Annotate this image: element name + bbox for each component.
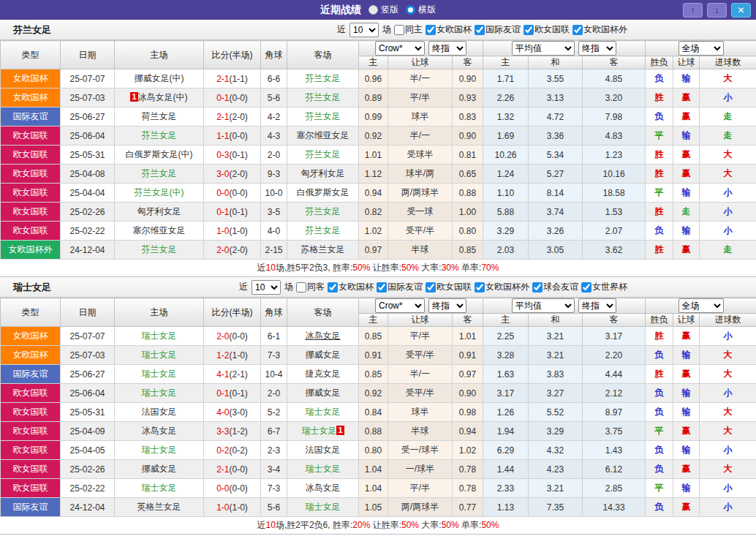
radio-horizontal-icon[interactable] — [406, 5, 415, 15]
competition-checkbox[interactable] — [377, 282, 387, 292]
bookmaker-stage-select[interactable]: 终指 — [428, 298, 466, 313]
away-team-name[interactable]: 芬兰女足 — [306, 149, 341, 159]
competition-checkbox-label[interactable]: 国际友谊 — [475, 23, 521, 36]
competition-checkbox-label[interactable]: 球会友谊 — [532, 281, 578, 293]
away-team-name[interactable]: 法国女足 — [306, 445, 341, 455]
section-team-name[interactable]: 芬兰女足 — [13, 23, 51, 37]
competition-checkbox[interactable] — [475, 25, 485, 35]
scope-select[interactable]: 全场 — [678, 298, 724, 313]
competition-checkbox-label[interactable]: 女欧国杯 — [328, 281, 374, 293]
away-team-cell: 挪威女足 — [287, 384, 359, 403]
away-team-name[interactable]: 白俄罗斯女足 — [297, 187, 349, 197]
home-team-name[interactable]: 瑞士女足 — [142, 350, 177, 360]
home-team-name[interactable]: 芬兰女足 — [142, 130, 177, 140]
layout-option-horizontal[interactable]: 横版 — [406, 4, 436, 16]
home-team-name[interactable]: 匈牙利女足 — [137, 206, 181, 216]
away-team-name[interactable]: 冰岛女足 — [306, 483, 341, 493]
home-team-cell: 芬兰女足 — [115, 165, 204, 184]
home-team-name[interactable]: 白俄罗斯女足(中) — [126, 149, 193, 159]
same-venue-checkbox[interactable] — [296, 282, 306, 292]
home-team-name[interactable]: 瑞士女足 — [142, 331, 177, 341]
away-team-cell: 芬兰女足 — [287, 146, 359, 165]
match-count-select[interactable]: 10 — [349, 23, 379, 37]
column-header: 进球数 — [700, 56, 756, 69]
away-team-name[interactable]: 瑞士女足 — [306, 502, 341, 512]
away-team-name[interactable]: 捷克女足 — [306, 369, 341, 379]
competition-checkbox[interactable] — [475, 282, 485, 292]
home-team-name[interactable]: 瑞士女足 — [142, 388, 177, 398]
away-team-name[interactable]: 挪威女足 — [306, 388, 341, 398]
competition-checkbox-label[interactable]: 国际友谊 — [377, 281, 423, 293]
handicap-home-odds: 0.85 — [359, 365, 388, 384]
bookmaker-stage-select[interactable]: 终指 — [428, 41, 466, 56]
competition-checkbox[interactable] — [426, 282, 436, 292]
away-team-name[interactable]: 瑞士女足1 — [301, 426, 344, 436]
away-team-name[interactable]: 匈牙利女足 — [301, 168, 345, 178]
away-team-name[interactable]: 塞尔维亚女足 — [297, 130, 349, 140]
match-row: 欧女国联25-04-04芬兰女足(中)0-0(0-0)10-0白俄罗斯女足0.9… — [1, 184, 756, 203]
avg-away-odds: 4.44 — [583, 365, 646, 384]
home-team-name[interactable]: 瑞士女足 — [142, 445, 177, 455]
fulltime-score: 1-0 — [216, 502, 229, 513]
move-up-button[interactable]: ↑ — [683, 3, 703, 18]
away-team-name[interactable]: 芬兰女足 — [306, 225, 341, 235]
away-team-cell: 苏格兰女足 — [287, 241, 359, 260]
away-team-name[interactable]: 芬兰女足 — [306, 92, 341, 102]
avg-away-odds: 3.62 — [583, 241, 646, 260]
competition-checkbox[interactable] — [523, 25, 534, 35]
competition-checkbox-label[interactable]: 女欧国杯外 — [572, 23, 627, 36]
away-team-name[interactable]: 芬兰女足 — [306, 206, 341, 216]
move-down-button[interactable]: ↓ — [707, 3, 727, 18]
home-team-name[interactable]: 法国女足 — [142, 407, 177, 417]
away-team-name[interactable]: 芬兰女足 — [306, 73, 341, 83]
away-team-name[interactable]: 瑞士女足 — [306, 464, 341, 474]
handicap-line: 平/半 — [388, 327, 453, 346]
home-team-name[interactable]: 塞尔维亚女足 — [133, 225, 186, 235]
match-count-select[interactable]: 10 — [252, 280, 281, 295]
radio-vertical-icon[interactable] — [368, 5, 378, 15]
average-stage-select[interactable]: 终指 — [578, 41, 616, 56]
competition-checkbox[interactable] — [581, 282, 591, 292]
home-team-name[interactable]: 瑞士女足 — [142, 369, 177, 379]
bookmaker-select[interactable]: Crow* — [375, 298, 425, 313]
same-venue-checkbox-label[interactable]: 同客 — [296, 281, 325, 293]
home-team-name[interactable]: 英格兰女足 — [137, 502, 181, 512]
away-team-name[interactable]: 瑞士女足 — [306, 407, 341, 417]
away-team-name[interactable]: 冰岛女足 — [306, 331, 341, 341]
match-row: 国际友谊25-06-27荷兰女足2-1(2-0)4-2芬兰女足0.99球半0.8… — [1, 107, 756, 127]
competition-checkbox-label[interactable]: 女欧国杯 — [426, 23, 472, 36]
average-stage-select[interactable]: 终指 — [578, 298, 616, 313]
same-venue-checkbox-label[interactable]: 同主 — [394, 23, 423, 36]
home-team-name[interactable]: 1冰岛女足(中) — [130, 92, 187, 102]
competition-checkbox-label[interactable]: 欧女国联 — [523, 23, 570, 36]
competition-checkbox-label[interactable]: 欧女国联 — [426, 281, 472, 293]
bookmaker-select[interactable]: Crow* — [375, 41, 425, 56]
home-team-name[interactable]: 芬兰女足(中) — [135, 187, 184, 197]
competition-checkbox[interactable] — [426, 25, 436, 35]
home-team-name[interactable]: 挪威女足(中) — [135, 73, 184, 83]
home-team-name[interactable]: 挪威女足 — [142, 464, 177, 474]
column-header: 角球 — [261, 41, 287, 69]
home-team-name[interactable]: 荷兰女足 — [142, 111, 177, 121]
competition-checkbox[interactable] — [532, 282, 543, 292]
layout-option-vertical[interactable]: 竖版 — [368, 4, 398, 16]
home-team-name[interactable]: 芬兰女足 — [142, 168, 177, 178]
section-team-name[interactable]: 瑞士女足 — [13, 281, 51, 294]
average-select[interactable]: 平均值 — [512, 298, 575, 313]
competition-checkbox-label[interactable]: 女欧国杯外 — [475, 281, 529, 293]
home-team-name[interactable]: 芬兰女足 — [142, 244, 177, 254]
match-date: 25-02-26 — [61, 203, 115, 222]
competition-checkbox-label[interactable]: 女世界杯 — [581, 281, 627, 293]
away-team-name[interactable]: 芬兰女足 — [306, 111, 341, 121]
home-team-name[interactable]: 瑞士女足 — [142, 483, 177, 493]
competition-checkbox[interactable] — [328, 282, 338, 292]
competition-checkbox[interactable] — [572, 25, 583, 35]
close-button[interactable]: ✕ — [731, 3, 751, 18]
same-venue-checkbox[interactable] — [394, 25, 404, 35]
scope-select[interactable]: 全场 — [678, 41, 724, 56]
average-select[interactable]: 平均值 — [512, 41, 575, 56]
home-team-cell: 荷兰女足 — [115, 107, 204, 127]
away-team-name[interactable]: 苏格兰女足 — [301, 244, 345, 254]
away-team-name[interactable]: 挪威女足 — [306, 350, 341, 360]
home-team-name[interactable]: 冰岛女足 — [142, 426, 177, 436]
